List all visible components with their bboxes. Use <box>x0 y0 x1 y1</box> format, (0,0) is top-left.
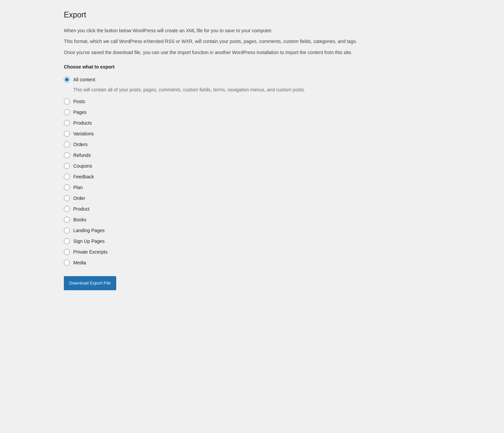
radio-label-plan: Plan <box>73 185 83 190</box>
radio-sign-up-pages[interactable] <box>64 238 70 244</box>
radio-order[interactable] <box>64 195 70 201</box>
radio-label-sign-up-pages: Sign Up Pages <box>73 239 104 244</box>
radio-posts[interactable] <box>64 98 70 104</box>
export-options-group: All content This will contain all of you… <box>64 74 440 268</box>
radio-books[interactable] <box>64 217 70 223</box>
description-text-2: This format, which we call WordPress eXt… <box>64 38 440 45</box>
radio-item-media[interactable]: Media <box>64 257 440 268</box>
radio-label-product: Product <box>73 206 89 212</box>
radio-label-products: Products <box>73 120 92 126</box>
radio-product[interactable] <box>64 206 70 212</box>
description-block: When you click the button below WordPres… <box>64 27 440 56</box>
radio-item-coupons[interactable]: Coupons <box>64 161 440 171</box>
radio-item-refunds[interactable]: Refunds <box>64 150 440 161</box>
radio-products[interactable] <box>64 120 70 126</box>
page-wrapper: Export When you click the button below W… <box>57 0 447 304</box>
description-text-3: Once you've saved the download file, you… <box>64 49 440 56</box>
download-export-button[interactable]: Download Export File <box>64 276 116 290</box>
radio-label-posts: Posts <box>73 99 85 104</box>
radio-pages[interactable] <box>64 109 70 115</box>
radio-item-feedback[interactable]: Feedback <box>64 171 440 182</box>
radio-label-pages: Pages <box>73 110 87 115</box>
radio-item-order[interactable]: Order <box>64 193 440 204</box>
all-content-description: This will contain all of your posts, pag… <box>73 86 440 93</box>
radio-label-variations: Variations <box>73 131 94 136</box>
radio-label-feedback: Feedback <box>73 174 94 179</box>
radio-item-sign-up-pages[interactable]: Sign Up Pages <box>64 236 440 247</box>
description-text-1: When you click the button below WordPres… <box>64 27 440 34</box>
radio-item-books[interactable]: Books <box>64 214 440 225</box>
radio-item-variations[interactable]: Variations <box>64 128 440 139</box>
radio-item-product[interactable]: Product <box>64 204 440 214</box>
section-title: Choose what to export <box>64 64 440 70</box>
radio-label-refunds: Refunds <box>73 153 91 158</box>
radio-refunds[interactable] <box>64 152 70 158</box>
radio-coupons[interactable] <box>64 163 70 169</box>
radio-label-landing-pages: Landing Pages <box>73 228 104 233</box>
radio-item-posts[interactable]: Posts <box>64 96 440 107</box>
radio-media[interactable] <box>64 260 70 266</box>
radio-landing-pages[interactable] <box>64 227 70 233</box>
radio-orders[interactable] <box>64 141 70 147</box>
radio-label-order: Order <box>73 196 85 201</box>
radio-label-coupons: Coupons <box>73 163 92 169</box>
radio-feedback[interactable] <box>64 174 70 180</box>
radio-item-all-content[interactable]: All content <box>64 74 440 85</box>
radio-label-media: Media <box>73 260 86 265</box>
radio-item-private-excerpts[interactable]: Private Excerpts <box>64 247 440 257</box>
radio-label-books: Books <box>73 217 86 222</box>
radio-variations[interactable] <box>64 131 70 137</box>
radio-item-orders[interactable]: Orders <box>64 139 440 150</box>
radio-item-landing-pages[interactable]: Landing Pages <box>64 225 440 236</box>
radio-private-excerpts[interactable] <box>64 249 70 255</box>
radio-item-plan[interactable]: Plan <box>64 182 440 193</box>
page-title: Export <box>64 10 440 20</box>
radio-all-content[interactable] <box>64 77 70 83</box>
radio-plan[interactable] <box>64 184 70 190</box>
radio-item-pages[interactable]: Pages <box>64 107 440 118</box>
radio-item-products[interactable]: Products <box>64 118 440 128</box>
radio-label-private-excerpts: Private Excerpts <box>73 249 108 255</box>
radio-label-all-content: All content <box>73 77 95 82</box>
radio-label-orders: Orders <box>73 142 88 147</box>
